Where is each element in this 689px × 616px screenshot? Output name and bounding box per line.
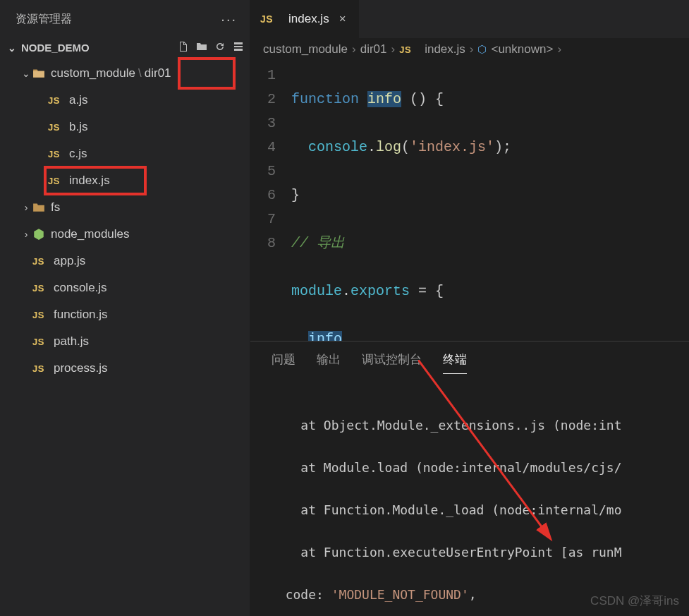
line-no: 4 <box>250 135 276 159</box>
tab-problems[interactable]: 问题 <box>272 351 295 374</box>
file-label: c.js <box>69 147 87 161</box>
annotation-box <box>178 57 236 90</box>
refresh-icon[interactable] <box>214 41 226 54</box>
file-c-js[interactable]: JS c.js <box>0 140 250 167</box>
terminal-line: at Function.executeUserEntryPoint [as ru… <box>270 542 669 563</box>
string: 'index.js' <box>410 139 494 155</box>
code-editor[interactable]: 1 2 3 4 5 6 7 8 function info () { conso… <box>250 61 689 341</box>
new-file-icon[interactable] <box>178 41 189 54</box>
project-actions <box>178 41 244 54</box>
file-index-js[interactable]: JS index.js <box>0 167 250 194</box>
property: info <box>308 331 342 341</box>
explorer-title: 资源管理器 <box>16 12 72 27</box>
chevron-right-icon: › <box>391 42 396 56</box>
js-file-icon: JS <box>48 176 63 186</box>
crumb[interactable]: custom_module <box>263 42 348 56</box>
node-modules-icon <box>32 228 45 241</box>
code-text: () { <box>401 91 444 107</box>
line-no: 7 <box>250 207 276 231</box>
editor-area: JS index.js × custom_module › dir01 › JS… <box>250 0 689 616</box>
js-file-icon: JS <box>32 283 48 294</box>
crumb[interactable]: <unknown> <box>491 42 553 56</box>
folder-custom-module[interactable]: ⌄ custom_module \ dir01 <box>0 60 250 87</box>
crumb[interactable]: dir01 <box>360 42 387 56</box>
chevron-down-icon: ⌄ <box>20 68 32 79</box>
code-text: = { <box>410 283 444 299</box>
comment: // 导出 <box>291 235 345 251</box>
chevron-down-icon: ⌄ <box>6 42 18 54</box>
line-no: 6 <box>250 183 276 207</box>
folder-label-dir01: dir01 <box>145 66 171 80</box>
line-gutter: 1 2 3 4 5 6 7 8 <box>250 61 291 341</box>
js-file-icon: JS <box>260 13 276 25</box>
close-icon[interactable]: × <box>336 12 349 26</box>
more-icon[interactable]: ··· <box>221 11 237 28</box>
project-header[interactable]: ⌄ NODE_DEMO <box>0 38 250 57</box>
tab-index-js[interactable]: JS index.js × <box>250 0 360 38</box>
file-function-js[interactable]: › JS function.js <box>0 301 250 328</box>
file-path-js[interactable]: › JS path.js <box>0 328 250 355</box>
chevron-right-icon: › <box>470 42 474 56</box>
keyword: function <box>291 91 359 107</box>
file-label: index.js <box>69 174 110 188</box>
line-no: 3 <box>250 111 276 135</box>
project-name: NODE_DEMO <box>21 42 90 54</box>
file-process-js[interactable]: › JS process.js <box>0 355 250 382</box>
file-a-js[interactable]: JS a.js <box>0 87 250 114</box>
folder-label: fs <box>51 200 60 215</box>
file-console-js[interactable]: › JS console.js <box>0 274 250 301</box>
terminal-line: at Object.Module._extensions..js (node:i… <box>270 415 669 436</box>
line-no: 5 <box>250 159 276 183</box>
chevron-right-icon: › <box>20 229 32 240</box>
code-text: } <box>291 187 300 203</box>
object: console <box>308 139 367 155</box>
tab-terminal[interactable]: 终端 <box>443 351 467 374</box>
function-name: info <box>367 91 401 107</box>
file-app-js[interactable]: › JS app.js <box>0 248 250 274</box>
tab-debug-console[interactable]: 调试控制台 <box>362 351 422 374</box>
folder-label: node_modules <box>51 227 130 241</box>
tab-label: index.js <box>288 12 329 26</box>
file-label: b.js <box>69 120 87 134</box>
terminal-output[interactable]: at Object.Module._extensions..js (node:i… <box>250 374 689 616</box>
sidebar-header: 资源管理器 ··· <box>0 0 250 38</box>
tab-bar: JS index.js × <box>250 0 689 38</box>
folder-label: custom_module <box>51 66 135 80</box>
file-label: a.js <box>69 93 87 107</box>
js-file-icon: JS <box>48 122 63 133</box>
line-no: 2 <box>250 87 276 111</box>
terminal-line: at Function.Module._load (node:internal/… <box>270 500 669 521</box>
file-label: app.js <box>54 254 85 268</box>
watermark: CSDN @泽哥ins <box>590 593 679 609</box>
folder-fs[interactable]: › fs <box>0 194 250 221</box>
breadcrumb[interactable]: custom_module › dir01 › JS index.js › ⬡ … <box>250 38 689 61</box>
js-file-icon: JS <box>399 44 415 55</box>
property: exports <box>350 283 410 299</box>
file-label: process.js <box>54 361 108 375</box>
line-no: 1 <box>250 64 276 87</box>
js-file-icon: JS <box>48 95 63 106</box>
file-label: function.js <box>54 308 108 322</box>
chevron-right-icon: › <box>557 42 561 56</box>
object: module <box>291 283 342 299</box>
method: log <box>376 139 401 155</box>
file-b-js[interactable]: JS b.js <box>0 114 250 140</box>
collapse-icon[interactable] <box>233 41 244 54</box>
file-label: path.js <box>54 334 89 349</box>
folder-icon <box>32 201 45 214</box>
panel-tabs: 问题 输出 调试控制台 终端 <box>250 342 689 374</box>
folder-node-modules[interactable]: › node_modules <box>0 221 250 248</box>
new-folder-icon[interactable] <box>196 41 207 54</box>
file-label: console.js <box>54 281 107 295</box>
line-no: 8 <box>250 231 276 255</box>
crumb[interactable]: index.js <box>425 42 465 56</box>
tab-output[interactable]: 输出 <box>317 351 341 374</box>
explorer-sidebar: 资源管理器 ··· ⌄ NODE_DEMO ⌄ custom_mod <box>0 0 250 616</box>
symbol-icon: ⬡ <box>477 43 487 56</box>
js-file-icon: JS <box>32 256 48 267</box>
code-content[interactable]: function info () { console.log('index.js… <box>291 61 689 341</box>
js-file-icon: JS <box>48 149 63 159</box>
js-file-icon: JS <box>32 363 48 374</box>
folder-icon <box>32 67 45 80</box>
chevron-right-icon: › <box>352 42 356 56</box>
